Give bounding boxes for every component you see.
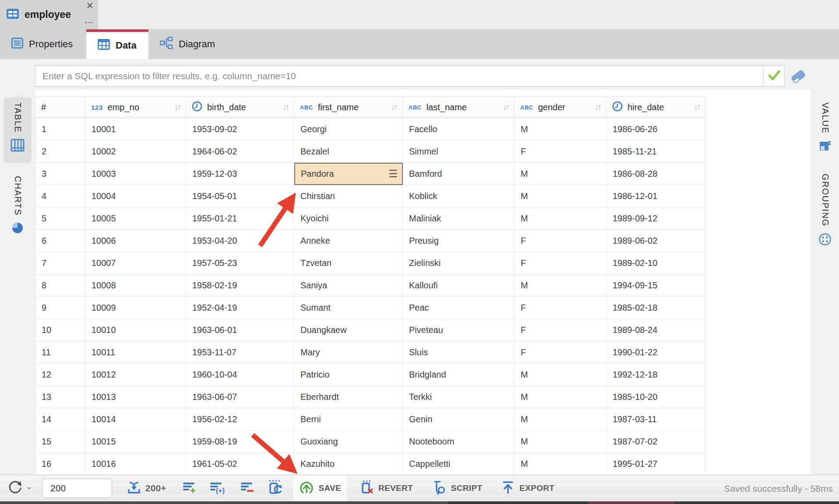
data-cell[interactable]: M xyxy=(515,207,606,230)
data-cell[interactable]: Saniya xyxy=(294,274,403,297)
data-cell[interactable]: 1989-02-10 xyxy=(606,252,706,274)
data-cell[interactable]: Piveteau xyxy=(403,319,515,341)
data-cell[interactable]: M xyxy=(515,408,606,430)
data-cell[interactable]: 1963-06-01 xyxy=(186,319,294,341)
data-cell[interactable]: Sluis xyxy=(403,341,515,364)
export-button[interactable]: EXPORT xyxy=(495,476,560,501)
data-cell[interactable]: 10016 xyxy=(85,453,186,475)
generate-values-button[interactable] xyxy=(267,479,284,497)
row-limit-input[interactable] xyxy=(42,479,112,498)
refresh-button[interactable]: ⌄ xyxy=(7,479,32,498)
cell-menu-icon[interactable]: ☰ xyxy=(388,168,398,180)
data-cell[interactable]: Duangkaew xyxy=(294,319,403,341)
data-cell[interactable]: Cappelletti xyxy=(403,453,515,475)
rail-item-value[interactable]: VALUE xyxy=(814,97,836,163)
data-cell[interactable]: M xyxy=(515,364,606,386)
data-cell[interactable]: M xyxy=(515,453,606,475)
column-header-birth-date[interactable]: birth_date ↓↑ xyxy=(186,96,294,118)
row-number-cell[interactable]: 15 xyxy=(35,430,85,453)
data-cell[interactable]: Kalloufi xyxy=(403,274,515,297)
column-header-gender[interactable]: ABC gender ↓↑ xyxy=(515,96,606,118)
column-header-rownum[interactable]: # xyxy=(35,96,85,118)
data-cell[interactable]: Patricio xyxy=(294,364,403,386)
data-cell[interactable]: Koblick xyxy=(403,185,515,207)
tab-properties[interactable]: Properties xyxy=(0,29,86,59)
data-cell[interactable]: 1959-12-03 xyxy=(186,163,294,185)
tab-diagram[interactable]: Diagram xyxy=(148,29,230,59)
data-cell[interactable]: Nooteboom xyxy=(403,430,515,453)
rail-item-charts[interactable]: CHARTS xyxy=(4,171,32,243)
duplicate-row-button[interactable]: (+) xyxy=(209,480,228,497)
data-cell[interactable]: Preusig xyxy=(403,230,515,252)
data-cell[interactable]: 1985-11-21 xyxy=(606,140,706,163)
data-cell[interactable]: Bridgland xyxy=(403,364,515,386)
data-cell[interactable]: F xyxy=(515,297,606,319)
fetch-next-page-button[interactable]: 200+ xyxy=(126,480,166,497)
data-cell[interactable]: Chirstian xyxy=(294,185,403,207)
data-cell[interactable]: 10013 xyxy=(85,386,186,408)
sort-toggle-icon[interactable]: ↓↑ xyxy=(500,102,508,112)
data-cell[interactable]: 1985-02-18 xyxy=(606,297,706,319)
delete-row-button[interactable] xyxy=(240,480,255,497)
sql-filter-input[interactable] xyxy=(35,66,763,86)
data-cell[interactable]: 1953-09-02 xyxy=(186,118,294,140)
row-number-cell[interactable]: 8 xyxy=(35,274,85,297)
data-cell[interactable]: 1995-01-27 xyxy=(606,453,706,475)
close-tab-icon[interactable]: ✕ xyxy=(86,1,94,10)
data-cell[interactable]: 10004 xyxy=(85,185,186,207)
data-cell[interactable]: 10010 xyxy=(85,319,186,341)
data-cell[interactable]: M xyxy=(515,386,606,408)
data-cell[interactable]: 1953-04-20 xyxy=(186,230,294,252)
data-cell[interactable]: 10015 xyxy=(85,430,186,453)
row-number-cell[interactable]: 3 xyxy=(35,163,85,185)
row-number-cell[interactable]: 10 xyxy=(35,319,85,341)
data-cell[interactable]: 10003 xyxy=(85,163,186,185)
data-cell[interactable]: 10005 xyxy=(85,207,186,230)
data-cell[interactable]: 10002 xyxy=(85,140,186,163)
data-cell[interactable]: F xyxy=(515,140,606,163)
data-cell[interactable]: Georgi xyxy=(294,118,403,140)
data-cell[interactable]: Kyoichi xyxy=(294,207,403,230)
data-cell[interactable]: 1985-10-20 xyxy=(606,386,706,408)
row-number-cell[interactable]: 4 xyxy=(35,185,85,207)
chevron-down-icon[interactable]: ⌄ xyxy=(26,482,32,491)
data-cell[interactable]: M xyxy=(515,118,606,140)
data-cell[interactable]: M xyxy=(515,185,606,207)
apply-filter-button[interactable] xyxy=(763,66,784,86)
tab-employee[interactable]: employee ✕ ... xyxy=(0,0,98,29)
data-cell[interactable]: Berni xyxy=(294,408,403,430)
data-cell[interactable]: 1952-04-19 xyxy=(186,297,294,319)
data-cell[interactable]: 1955-01-21 xyxy=(186,207,294,230)
add-row-button[interactable]: + xyxy=(182,480,197,497)
data-cell[interactable]: 1987-03-11 xyxy=(606,408,706,430)
data-cell[interactable]: 1953-11-07 xyxy=(186,341,294,364)
data-cell[interactable]: M xyxy=(515,163,606,185)
data-cell[interactable]: 1992-12-18 xyxy=(606,364,706,386)
data-cell[interactable]: 10001 xyxy=(85,118,186,140)
data-cell[interactable]: 1964-06-02 xyxy=(186,140,294,163)
data-cell[interactable]: 10008 xyxy=(85,274,186,297)
column-header-emp-no[interactable]: 123 emp_no ↓↑ xyxy=(85,96,186,118)
row-number-cell[interactable]: 16 xyxy=(35,453,85,475)
data-cell[interactable]: 1960-10-04 xyxy=(186,364,294,386)
data-cell[interactable]: M xyxy=(515,274,606,297)
sort-toggle-icon[interactable]: ↓↑ xyxy=(388,102,397,112)
data-cell[interactable]: Genin xyxy=(403,408,515,430)
row-number-cell[interactable]: 1 xyxy=(35,118,85,140)
data-cell[interactable]: 1986-06-26 xyxy=(606,118,706,140)
data-cell[interactable]: M xyxy=(515,430,606,453)
data-cell[interactable]: 1957-05-23 xyxy=(186,252,294,274)
data-cell[interactable]: Simmel xyxy=(403,140,515,163)
data-cell[interactable]: Facello xyxy=(403,118,515,140)
data-cell[interactable]: 10009 xyxy=(85,297,186,319)
row-number-cell[interactable]: 11 xyxy=(35,341,85,364)
data-cell[interactable]: Guoxiang xyxy=(294,430,403,453)
data-cell[interactable]: Terkki xyxy=(403,386,515,408)
data-cell[interactable]: 1986-12-01 xyxy=(606,185,706,207)
data-cell[interactable]: Sumant xyxy=(294,297,403,319)
row-number-cell[interactable]: 7 xyxy=(35,252,85,274)
data-cell[interactable]: 10011 xyxy=(85,341,186,364)
data-cell[interactable]: F xyxy=(515,252,606,274)
data-cell[interactable]: 1963-06-07 xyxy=(186,386,294,408)
data-cell[interactable]: Anneke xyxy=(294,230,403,252)
